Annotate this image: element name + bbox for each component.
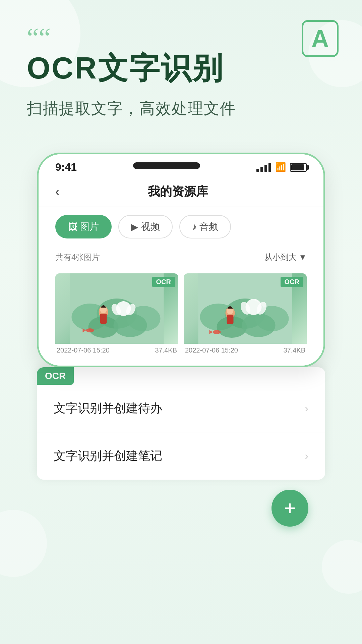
filter-tab-video[interactable]: ▶ 视频 [118, 215, 173, 238]
image-item-2[interactable]: OCR 2022-07-06 15:20 37.4KB [184, 273, 307, 356]
ocr-menu-item-note[interactable]: 文字识别并创建笔记 › [37, 432, 325, 480]
fab-container: + [37, 480, 325, 533]
audio-tab-label: 音频 [199, 220, 218, 233]
phone-mockup-container: 9:41 📶 ‹ 我的资源库 [37, 153, 325, 367]
ocr-menu-item-todo[interactable]: 文字识别并创建待办 › [37, 385, 325, 432]
svg-rect-10 [100, 314, 107, 324]
ocr-badge-1: OCR [152, 277, 175, 287]
sort-button[interactable]: 从小到大 ▼ [264, 252, 307, 263]
dynamic-island [133, 162, 200, 169]
status-icons: 📶 [256, 162, 307, 172]
image-meta-2: 2022-07-06 15:20 37.4KB [184, 344, 307, 356]
images-tab-icon: 🖼 [68, 221, 77, 232]
status-bar: 9:41 📶 [39, 154, 323, 177]
video-tab-icon: ▶ [131, 221, 138, 232]
svg-point-25 [213, 330, 221, 334]
info-bar: 共有4张图片 从小到大 ▼ [39, 247, 323, 268]
svg-rect-23 [227, 315, 234, 324]
image-meta-1: 2022-07-06 15:20 37.4KB [55, 344, 178, 356]
app-nav-bar: ‹ 我的资源库 [39, 177, 323, 207]
image-thumb-2: OCR [184, 273, 307, 344]
image-grid: OCR 2022-07-06 15:20 37.4KB [39, 268, 323, 366]
svg-point-5 [114, 314, 147, 337]
fab-plus-icon: + [284, 498, 296, 518]
ocr-todo-label: 文字识别并创建待办 [54, 400, 162, 417]
ocr-note-label: 文字识别并创建笔记 [54, 448, 162, 464]
main-title: OCR文字识别 [27, 52, 335, 85]
phone-frame: 9:41 📶 ‹ 我的资源库 [37, 153, 325, 367]
battery-icon [290, 163, 307, 172]
svg-point-18 [242, 314, 276, 337]
filter-tabs: 🖼 图片 ▶ 视频 ♪ 音频 [39, 207, 323, 247]
image-size-2: 37.4KB [283, 346, 305, 354]
wifi-icon: 📶 [275, 162, 286, 172]
audio-tab-icon: ♪ [192, 221, 197, 232]
image-date-2: 2022-07-06 15:20 [185, 346, 238, 354]
back-button[interactable]: ‹ [55, 185, 59, 199]
image-size-1: 37.4KB [155, 346, 177, 354]
header-section: A ““ OCR文字识别 扫描提取文字，高效处理文件 [0, 0, 362, 132]
quote-marks: ““ [27, 27, 335, 48]
ocr-popup-menu: OCR 文字识别并创建待办 › 文字识别并创建笔记 › [37, 367, 325, 480]
filter-tab-images[interactable]: 🖼 图片 [55, 215, 112, 238]
status-time: 9:41 [55, 161, 77, 173]
sort-chevron-icon: ▼ [299, 253, 307, 262]
nav-title: 我的资源库 [69, 183, 287, 200]
fab-add-button[interactable]: + [272, 490, 308, 527]
images-tab-label: 图片 [80, 220, 99, 233]
subtitle: 扫描提取文字，高效处理文件 [27, 98, 335, 119]
sort-label: 从小到大 [264, 252, 297, 263]
ocr-popup-tag: OCR [37, 367, 74, 385]
page-content: A ““ OCR文字识别 扫描提取文字，高效处理文件 9:41 📶 [0, 0, 362, 644]
image-date-1: 2022-07-06 15:20 [57, 346, 110, 354]
video-tab-label: 视频 [141, 220, 160, 233]
image-count: 共有4张图片 [55, 252, 100, 263]
svg-point-12 [86, 328, 94, 332]
image-thumb-1: OCR [55, 273, 178, 344]
image-item-1[interactable]: OCR 2022-07-06 15:20 37.4KB [55, 273, 178, 356]
signal-icon [256, 163, 271, 172]
chevron-right-icon-todo: › [305, 402, 308, 415]
chevron-right-icon-note: › [305, 450, 308, 462]
ocr-badge-2: OCR [281, 277, 303, 287]
filter-tab-audio[interactable]: ♪ 音频 [179, 215, 231, 238]
